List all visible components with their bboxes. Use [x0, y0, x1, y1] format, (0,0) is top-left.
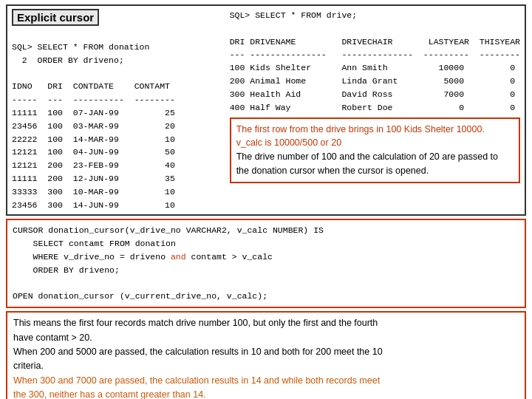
info-text-1: The first row from the drive brings in 1… — [236, 123, 514, 178]
bottom-para4: criteria. — [13, 361, 44, 371]
cursor-code-section: CURSOR donation_cursor(v_drive_no VARCHA… — [6, 219, 526, 308]
info-box-1: The first row from the drive brings in 1… — [230, 117, 520, 183]
bottom-para2: have contamt > 20. — [13, 332, 92, 343]
page-title: Explicit cursor — [12, 9, 99, 26]
drive-sql: SQL> SELECT * FROM drive; DRI DRIVENAME … — [230, 9, 520, 115]
header-box: Explicit cursor SQL> SELECT * FROM donat… — [6, 4, 526, 216]
drive-query-result: SQL> SELECT * FROM drive; DRI DRIVENAME … — [230, 9, 520, 183]
bottom-text-block: This means the first four records match … — [13, 316, 519, 399]
bottom-para1: This means the first four records match … — [13, 318, 378, 328]
bottom-para3: When 200 and 5000 are passed, the calcul… — [13, 347, 383, 357]
cursor-code-block: CURSOR donation_cursor(v_drive_no VARCHA… — [13, 224, 519, 303]
page: Explicit cursor SQL> SELECT * FROM donat… — [0, 0, 532, 399]
bottom-para6: the 300, neither has a contamt greater t… — [13, 389, 206, 399]
bottom-para5: When 300 and 7000 are passed, the calcul… — [13, 375, 380, 386]
bottom-section: This means the first four records match … — [6, 311, 526, 399]
left-header: Explicit cursor SQL> SELECT * FROM donat… — [12, 9, 175, 211]
donation-query: SQL> SELECT * FROM donation 2 ORDER BY d… — [12, 27, 175, 211]
